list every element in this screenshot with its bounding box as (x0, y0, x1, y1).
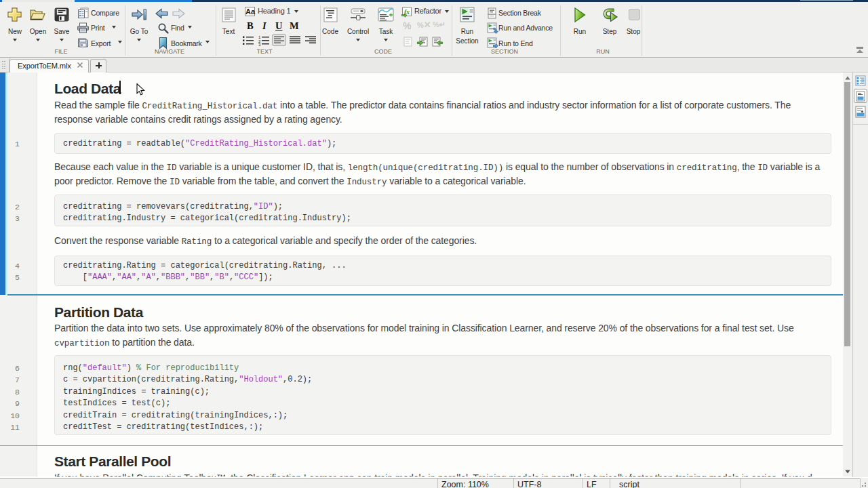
svg-text:3: 3 (258, 43, 261, 46)
